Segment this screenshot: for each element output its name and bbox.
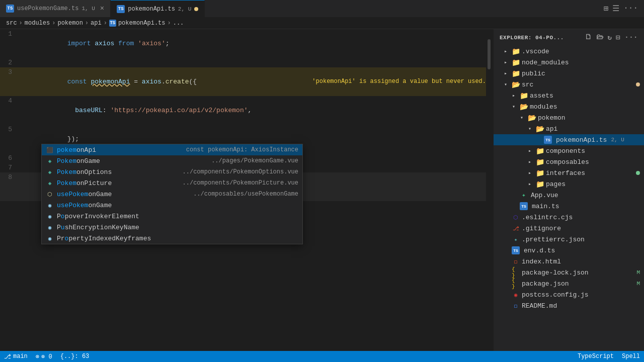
ts-file-icon-env: TS bbox=[512, 246, 520, 254]
code-line-3: 3 const pokemonApi = axios.create({ 'pok… bbox=[0, 67, 486, 96]
ac-item-PushEncryptionKeyName[interactable]: ◉ PushEncryptionKeyName bbox=[42, 222, 302, 233]
split-editor-icon[interactable]: ⊞ bbox=[604, 4, 609, 14]
ac-item-usePokemonGame-prop[interactable]: ◉ usePokemonGame bbox=[42, 200, 302, 211]
status-cursor[interactable]: {..}: 63 bbox=[60, 353, 90, 360]
editor-scrollbar-thumb[interactable] bbox=[488, 39, 491, 69]
tree-item-readme[interactable]: ◻ README.md bbox=[494, 300, 644, 311]
tab-badge-1: 1, U bbox=[82, 6, 95, 12]
tree-item-assets[interactable]: 📁 assets bbox=[494, 90, 644, 101]
ac-label-pokemonApi: pokemonApi bbox=[57, 146, 183, 154]
breadcrumb-ts-icon: TS bbox=[109, 20, 116, 27]
breadcrumb-file[interactable]: pokemonApi.ts bbox=[118, 20, 166, 27]
tab-usePokemonGame[interactable]: TS usePokemonGame.ts 1, U × bbox=[0, 0, 111, 17]
sidebar-header: EXPLORER: 04-PO... 🗋 🗁 ↻ ⊟ ··· bbox=[494, 29, 644, 46]
breadcrumb: src › modules › pokemon › api › TS pokem… bbox=[0, 18, 644, 29]
tree-label-readme: README.md bbox=[522, 302, 557, 310]
tree-label-vscode: .vscode bbox=[522, 48, 549, 55]
tree-label-pokemon: pokemon bbox=[538, 114, 566, 122]
tree-label-node-modules: node_modules bbox=[522, 59, 569, 66]
tree-item-composables[interactable]: 📁 composables bbox=[494, 156, 644, 167]
tree-item-maints[interactable]: TS main.ts bbox=[494, 201, 644, 212]
tree-item-appvue[interactable]: ✦ App.vue bbox=[494, 190, 644, 201]
tab-close-1[interactable]: × bbox=[100, 5, 104, 13]
ac-label-usePokemonGame-prop: usePokemonGame bbox=[57, 202, 295, 209]
chevron-composables bbox=[526, 158, 534, 166]
refresh-icon[interactable]: ↻ bbox=[607, 33, 612, 42]
tree-label-appvue: App.vue bbox=[531, 192, 558, 199]
tree-item-pages[interactable]: 📁 pages bbox=[494, 178, 644, 190]
status-spell[interactable]: Spell bbox=[622, 353, 640, 360]
layout-icon[interactable]: ☰ bbox=[612, 4, 619, 14]
tree-badge-packagelock: M bbox=[636, 269, 640, 276]
more-actions-icon[interactable]: ··· bbox=[623, 4, 638, 14]
src-dot bbox=[636, 82, 640, 86]
breadcrumb-src[interactable]: src bbox=[6, 20, 17, 27]
ac-item-PokemonGame[interactable]: ◈ PokemonGame ../pages/PokemonGame.vue bbox=[42, 155, 302, 166]
ac-item-usePokemonGame-func[interactable]: ⬡ usePokemonGame ../composables/usePokem… bbox=[42, 189, 302, 200]
chevron-src bbox=[502, 80, 510, 88]
sidebar: EXPLORER: 04-PO... 🗋 🗁 ↻ ⊟ ··· 📁 .vscode bbox=[493, 29, 644, 351]
ac-item-PropertyIndexedKeyframes[interactable]: ◉ PropertyIndexedKeyframes bbox=[42, 233, 302, 244]
tree-label-pokemonApi: pokemonApi.ts bbox=[556, 136, 607, 144]
tree-label-interfaces: interfaces bbox=[546, 169, 585, 177]
tree-item-node-modules[interactable]: 📁 node_modules bbox=[494, 57, 644, 68]
sidebar-title: EXPLORER: 04-PO... bbox=[500, 35, 564, 41]
tree-item-gitignore[interactable]: ⎇ .gitignore bbox=[494, 223, 644, 234]
tree-item-pokemonApi[interactable]: TS pokemonApi.ts 2, U bbox=[494, 134, 644, 145]
chevron-node-modules bbox=[502, 58, 510, 66]
status-lang[interactable]: TypeScript bbox=[578, 353, 614, 360]
tree-item-postcss[interactable]: ◉ postcss.config.js bbox=[494, 289, 644, 300]
ac-item-PopoverInvokerElement[interactable]: ◉ PopoverInvokerElement bbox=[42, 211, 302, 222]
collapse-icon[interactable]: ⊟ bbox=[616, 33, 620, 42]
tree-item-api[interactable]: 📂 api bbox=[494, 123, 644, 134]
status-git[interactable]: ⎇ main bbox=[4, 353, 28, 360]
tree-item-public[interactable]: 📁 public bbox=[494, 68, 644, 79]
tree-label-api: api bbox=[546, 125, 557, 133]
tree-item-eslint[interactable]: ⬡ .eslintrc.cjs bbox=[494, 212, 644, 223]
ac-label-usePokemonGame-func: usePokemonGame bbox=[57, 191, 190, 198]
new-file-icon[interactable]: 🗋 bbox=[585, 33, 592, 42]
breadcrumb-modules[interactable]: modules bbox=[25, 20, 50, 27]
ac-detail-pokemonApi: const pokemonApi: AxiosInstance bbox=[186, 146, 298, 153]
tree-item-interfaces[interactable]: 📁 interfaces bbox=[494, 167, 644, 178]
ac-detail-usePokemonGame-func: ../composables/usePokemonGame bbox=[193, 191, 298, 198]
breadcrumb-api[interactable]: api bbox=[91, 20, 102, 27]
git-branch-icon: ⎇ bbox=[4, 353, 11, 360]
tree-item-packagejson[interactable]: { } package.json M bbox=[494, 278, 644, 289]
tree-item-prettierrc[interactable]: ✦ .prettierrc.json bbox=[494, 234, 644, 245]
tree-item-packagelock[interactable]: { } package-lock.json M bbox=[494, 267, 644, 278]
tree-item-components[interactable]: 📁 components bbox=[494, 145, 644, 156]
ac-icon-class-1: ◈ bbox=[46, 157, 54, 165]
code-line-2: 2 bbox=[0, 58, 486, 67]
tree-item-envdts[interactable]: TS env.d.ts bbox=[494, 245, 644, 256]
editor-content[interactable]: 1 import axios from 'axios'; 2 3 const p… bbox=[0, 29, 486, 351]
ac-item-PokemonPicture[interactable]: ◈ PokemonPicture ../components/PokemonPi… bbox=[42, 177, 302, 189]
tree-item-vscode[interactable]: 📁 .vscode bbox=[494, 46, 644, 57]
sidebar-header-actions: 🗋 🗁 ↻ ⊟ ··· bbox=[585, 33, 638, 42]
editor-area[interactable]: 1 import axios from 'axios'; 2 3 const p… bbox=[0, 29, 486, 351]
breadcrumb-more[interactable]: ... bbox=[173, 20, 184, 27]
status-errors[interactable]: ⊗ ⊗ 0 bbox=[36, 353, 52, 360]
tree-item-pokemon[interactable]: 📂 pokemon bbox=[494, 112, 644, 123]
autocomplete-dropdown[interactable]: ⬛ pokemonApi const pokemonApi: AxiosInst… bbox=[41, 144, 303, 244]
tree-label-postcss: postcss.config.js bbox=[522, 291, 589, 299]
tree-label-indexhtml: index.html bbox=[522, 258, 561, 265]
tree-item-modules[interactable]: 📂 modules bbox=[494, 101, 644, 112]
tab-modified-dot bbox=[194, 7, 198, 11]
breadcrumb-pokemon[interactable]: pokemon bbox=[57, 20, 83, 27]
new-folder-icon[interactable]: 🗁 bbox=[596, 33, 604, 42]
editor-scrollbar-track[interactable] bbox=[486, 29, 493, 351]
ac-detail-PokemonGame: ../pages/PokemonGame.vue bbox=[211, 157, 298, 164]
more-sidebar-icon[interactable]: ··· bbox=[624, 33, 638, 42]
main-layout: 1 import axios from 'axios'; 2 3 const p… bbox=[0, 29, 644, 351]
tab-pokemonApi[interactable]: TS pokemonApi.ts 2, U bbox=[111, 0, 205, 17]
tree-item-src[interactable]: 📂 src bbox=[494, 79, 644, 90]
postcss-icon: ◉ bbox=[512, 291, 520, 299]
ac-label-PushEncryptionKeyName: PushEncryptionKeyName bbox=[57, 224, 295, 231]
ac-item-pokemonApi[interactable]: ⬛ pokemonApi const pokemonApi: AxiosInst… bbox=[42, 144, 302, 155]
ac-label-PopoverInvokerElement: PopoverInvokerElement bbox=[57, 213, 295, 220]
ac-item-PokemonOptions[interactable]: ◈ PokemonOptions ../components/PokemonOp… bbox=[42, 166, 302, 177]
tree-item-indexhtml[interactable]: ◻ index.html bbox=[494, 256, 644, 267]
ts-file-icon-pokemonApi: TS bbox=[544, 136, 552, 144]
chevron-components bbox=[526, 147, 534, 155]
